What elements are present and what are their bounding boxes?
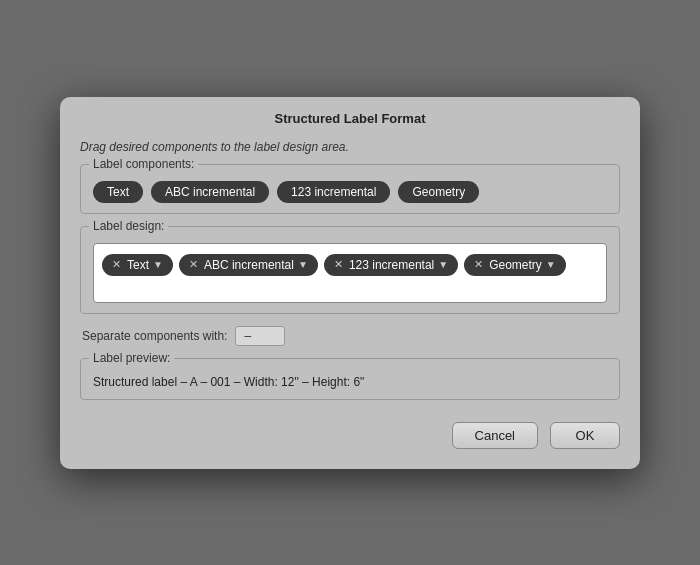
dropdown-text-icon[interactable]: ▼ <box>153 259 163 270</box>
components-row: Text ABC incremental 123 incremental Geo… <box>93 175 607 203</box>
design-area[interactable]: ✕ Text ▼ ✕ ABC incremental ▼ ✕ 123 incre… <box>93 243 607 303</box>
design-pill-text[interactable]: ✕ Text ▼ <box>102 254 173 276</box>
remove-abc-btn[interactable]: ✕ <box>189 258 198 271</box>
label-design-legend: Label design: <box>89 219 168 233</box>
cancel-button[interactable]: Cancel <box>452 422 538 449</box>
pill-geometry[interactable]: Geometry <box>398 181 479 203</box>
pill-123[interactable]: 123 incremental <box>277 181 390 203</box>
remove-text-btn[interactable]: ✕ <box>112 258 121 271</box>
ok-button[interactable]: OK <box>550 422 620 449</box>
label-preview-legend: Label preview: <box>89 351 174 365</box>
separator-row: Separate components with: <box>80 326 620 346</box>
preview-text: Structured label – A – 001 – Width: 12" … <box>93 369 607 389</box>
dropdown-abc-icon[interactable]: ▼ <box>298 259 308 270</box>
dropdown-geometry-icon[interactable]: ▼ <box>546 259 556 270</box>
pill-abc[interactable]: ABC incremental <box>151 181 269 203</box>
dropdown-123-icon[interactable]: ▼ <box>438 259 448 270</box>
design-pill-123[interactable]: ✕ 123 incremental ▼ <box>324 254 458 276</box>
design-pill-abc[interactable]: ✕ ABC incremental ▼ <box>179 254 318 276</box>
dialog-body: Drag desired components to the label des… <box>60 136 640 400</box>
dialog-title: Structured Label Format <box>60 97 640 136</box>
structured-label-format-dialog: Structured Label Format Drag desired com… <box>60 97 640 469</box>
instruction-text: Drag desired components to the label des… <box>80 136 620 154</box>
pill-text[interactable]: Text <box>93 181 143 203</box>
label-components-section: Label components: Text ABC incremental 1… <box>80 164 620 214</box>
button-row: Cancel OK <box>60 412 640 449</box>
separator-input[interactable] <box>235 326 285 346</box>
label-design-section: Label design: ✕ Text ▼ ✕ ABC incremental… <box>80 226 620 314</box>
design-pill-geometry[interactable]: ✕ Geometry ▼ <box>464 254 566 276</box>
label-preview-section: Label preview: Structured label – A – 00… <box>80 358 620 400</box>
label-components-legend: Label components: <box>89 157 198 171</box>
remove-geometry-btn[interactable]: ✕ <box>474 258 483 271</box>
separator-label: Separate components with: <box>82 329 227 343</box>
remove-123-btn[interactable]: ✕ <box>334 258 343 271</box>
